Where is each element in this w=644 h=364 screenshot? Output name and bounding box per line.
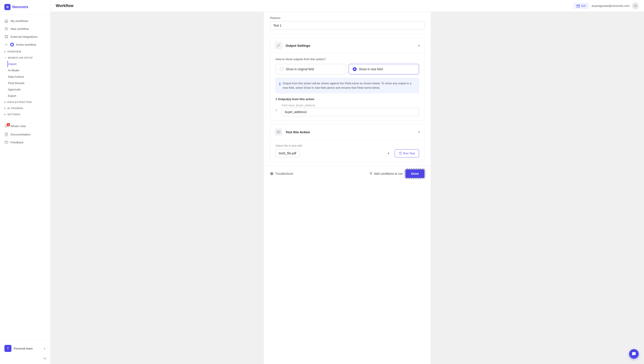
test-action-chevron[interactable]: ▾ [418, 130, 420, 134]
team-collapse-icon: ▲ [43, 347, 46, 350]
sidebar-item-active-workflow[interactable]: Active workflow [0, 40, 50, 48]
troubleshoot-icon [270, 172, 274, 176]
outputs-label: 1 Output(s) from this action [276, 98, 419, 101]
section-label: WORKFLOW SETUP [8, 56, 33, 59]
chevron-right-icon: ▶ [4, 50, 6, 53]
output-settings-card: Output Settings ▾ How to show outputs fr… [270, 38, 424, 121]
sidebar-bottom: T Personal team ▲ ≪ [0, 340, 50, 364]
replace-section: Replace [264, 16, 431, 34]
troubleshoot-button[interactable]: Troubleshoot [270, 172, 293, 176]
test-row: test2_file.pdf ▾ Run Test [276, 149, 419, 158]
team-label: Personal team [14, 347, 41, 350]
logo[interactable]: N Nanonets [0, 0, 50, 14]
run-test-label: Run Test [403, 152, 415, 155]
user-avatar[interactable]: A [632, 3, 639, 9]
svg-rect-7 [5, 141, 8, 144]
topbar-right: Sch aryanagrawal@nanonets.com A [574, 3, 639, 9]
sidebar: N Nanonets My workflows New workflow [0, 0, 50, 364]
grid-icon [4, 35, 8, 39]
output-settings-chevron[interactable]: ▾ [418, 44, 420, 48]
sidebar-item-my-workflows[interactable]: My workflows [0, 17, 50, 25]
test-action-card: Test this Action ▾ Select file to test w… [270, 124, 424, 162]
section-label: AI TRAINING [8, 107, 24, 110]
section-data-extraction[interactable]: ▶ DATA EXTRACTION [0, 99, 50, 105]
sidebar-nav: My workflows New workflow External integ… [0, 14, 50, 340]
feedback-icon [4, 140, 8, 144]
feedback-label: Feedback [10, 141, 24, 144]
svg-rect-3 [5, 37, 6, 38]
done-button[interactable]: Done [406, 169, 424, 178]
section-settings[interactable]: ▶ SETTINGS [0, 111, 50, 118]
refresh-icon [399, 152, 402, 155]
edit-icon [274, 42, 282, 50]
collapse-sidebar[interactable]: ≪ [0, 354, 50, 362]
chevron-right-icon: ▶ [4, 107, 6, 109]
sidebar-item-import[interactable]: Import [8, 61, 50, 67]
radio-original-field[interactable]: Show in original field [276, 64, 346, 74]
bottom-bar: Troubleshoot Add conditions to run Done [264, 166, 431, 182]
file-select[interactable]: test2_file.pdf [276, 149, 300, 158]
content-area: Replace Output Settings ▾ [50, 12, 644, 364]
field-name-input[interactable] [282, 108, 419, 116]
sidebar-item-feedback[interactable]: Feedback [0, 138, 50, 146]
test-action-header-left: Test this Action [274, 128, 310, 136]
bottom-right-actions: Add conditions to run Done [370, 169, 424, 178]
field-label-text: Field name [282, 104, 294, 107]
replace-label: Replace [270, 16, 424, 20]
personal-team[interactable]: T Personal team ▲ [0, 342, 50, 354]
test-select-label: Select file to test with [276, 144, 419, 147]
sidebar-item-data-actions[interactable]: Data Actions [8, 74, 50, 80]
section-label: SETTINGS [8, 113, 20, 116]
output-settings-body: How to show outputs from this action? Sh… [270, 53, 424, 120]
svg-rect-4 [7, 37, 8, 38]
section-overview[interactable]: ▶ OVERVIEW [0, 48, 50, 55]
eye-icon [274, 128, 282, 136]
add-conditions-button[interactable]: Add conditions to run [370, 172, 403, 176]
whats-new-label: What's new [10, 124, 26, 128]
schedule-button[interactable]: Sch [574, 3, 589, 9]
svg-rect-6 [5, 133, 8, 136]
active-workflow-dot [10, 42, 14, 46]
replace-input[interactable] [270, 21, 424, 30]
section-workflow-setup[interactable]: ▼ WORKFLOW SETUP [0, 55, 50, 61]
sidebar-item-approvals[interactable]: Approvals [8, 86, 50, 93]
svg-point-11 [278, 132, 279, 132]
add-conditions-label: Add conditions to run [374, 172, 403, 176]
output-settings-header[interactable]: Output Settings ▾ [270, 38, 424, 53]
radio-original-label: Show in original field [286, 68, 314, 71]
sidebar-item-export[interactable]: Export [8, 93, 50, 99]
topbar: Workflow Sch aryanagrawal@nanonets.com A [50, 0, 644, 12]
info-icon: ℹ [279, 82, 280, 90]
documentation-label: Documentation [10, 133, 30, 136]
run-test-button[interactable]: Run Test [395, 149, 419, 158]
logo-icon: N [4, 4, 10, 10]
field-number: 1 [276, 108, 279, 112]
sidebar-item-whats-new[interactable]: 1 What's new [0, 122, 50, 130]
user-email: aryanagrawal@nanonets.com [592, 4, 630, 8]
sidebar-item-external-integrations[interactable]: External integrations [0, 33, 50, 40]
field-label-header: Field name (buyer_address) [282, 104, 419, 107]
book-icon [4, 132, 8, 136]
sidebar-item-documentation[interactable]: Documentation [0, 130, 50, 138]
section-ai-training[interactable]: ▶ AI TRAINING [0, 105, 50, 111]
sidebar-collapse-icon[interactable]: ≪ [43, 356, 47, 360]
chevron-right-icon: ▶ [4, 101, 6, 103]
field-hint: (buyer_address) [296, 104, 315, 107]
svg-rect-1 [5, 35, 6, 36]
test-action-header[interactable]: Test this Action ▾ [270, 124, 424, 140]
radio-new-field[interactable]: Show in new field [348, 64, 419, 74]
sidebar-item-ai-model[interactable]: AI Model [8, 67, 50, 74]
sidebar-item-final-results[interactable]: Final Results [8, 80, 50, 86]
workflow-setup-items: Import AI Model Data Actions Final Resul… [0, 61, 50, 99]
test-action-body: Select file to test with test2_file.pdf … [270, 140, 424, 162]
chat-bubble[interactable] [629, 349, 639, 359]
troubleshoot-label: Troubleshoot [275, 172, 293, 176]
output-info-box: ℹ Output from this action will be shown … [276, 78, 419, 93]
output-settings-title: Output Settings [286, 44, 310, 48]
sidebar-item-new-workflow[interactable]: New workflow [0, 25, 50, 33]
section-label: DATA EXTRACTION [8, 101, 32, 104]
test-action-title: Test this Action [286, 130, 310, 134]
radio-circle-new [353, 67, 357, 71]
field-label-col: Field name (buyer_address) [282, 104, 419, 116]
radio-options: Show in original field Show in new field [276, 64, 419, 74]
